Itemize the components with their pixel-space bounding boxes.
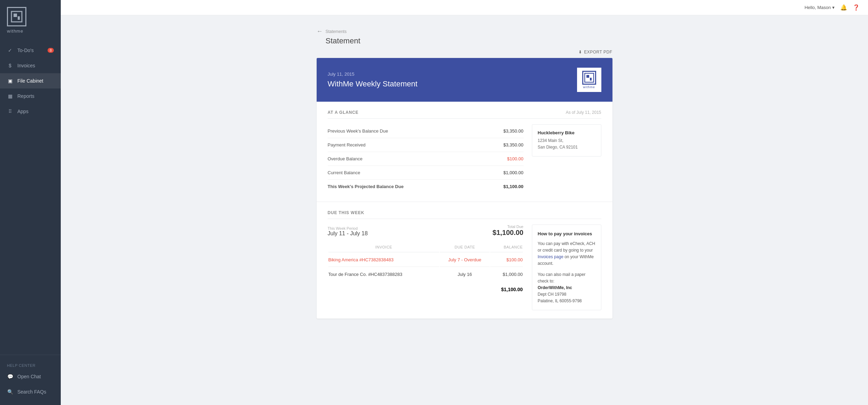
svg-rect-1: [14, 14, 17, 17]
glance-value: $3,350.00: [503, 128, 524, 134]
todos-badge: 8: [48, 48, 54, 53]
sidebar-logo: withme: [0, 0, 61, 39]
glance-row: This Week's Projected Balance Due $1,100…: [328, 180, 524, 193]
table-row: Tour de France Co. #HC4837388283 July 16…: [328, 268, 523, 281]
statement-date: July 11, 2015: [328, 71, 418, 77]
week-period-row: This Week Period July 11 - July 18 Total…: [328, 225, 524, 237]
pay-info-card: How to pay your invoices You can pay wit…: [532, 225, 601, 310]
invoice-due-date: July 7 - Overdue: [440, 253, 490, 267]
svg-rect-4: [586, 75, 589, 78]
glance-row: Current Balance $1,000.00: [328, 166, 524, 180]
topbar: Hello, Mason ▾ 🔔 ❓: [61, 0, 868, 15]
search-icon: 🔍: [7, 389, 13, 395]
total-due-amount: $1,100.00: [493, 229, 524, 237]
help-icon[interactable]: ❓: [853, 4, 860, 11]
at-a-glance-as-of: As of July 11, 2015: [566, 110, 601, 115]
at-a-glance-section: AT A GLANCE As of July 11, 2015 Previous…: [317, 102, 612, 202]
sidebar-open-chat[interactable]: 💬 Open Chat: [0, 369, 61, 384]
address-line1: 1234 Main St,: [538, 137, 595, 144]
sidebar-item-apps[interactable]: ⠿ Apps: [0, 104, 61, 119]
mail-label: You can also mail a paper check to:: [538, 271, 595, 285]
mail-info: You can also mail a paper check to: Orde…: [538, 271, 595, 305]
logo-icon: [7, 7, 26, 26]
statement-logo: withme: [577, 68, 601, 92]
sidebar-item-reports[interactable]: ▦ Reports: [0, 88, 61, 104]
sidebar-item-reports-label: Reports: [17, 93, 34, 99]
week-period-dates: July 11 - July 18: [328, 230, 368, 237]
checkmark-icon: ✓: [7, 47, 13, 53]
sidebar-item-apps-label: Apps: [17, 109, 28, 114]
export-row: ⬇ EXPORT PDF: [317, 50, 612, 54]
sidebar-item-todos-label: To-Do's: [17, 48, 34, 53]
help-center-label: Help Center: [0, 361, 61, 369]
breadcrumb-parent: Statements: [326, 29, 347, 34]
address-line2: San Diego, CA 92101: [538, 144, 595, 151]
glance-label: Current Balance: [328, 170, 360, 175]
sidebar-search-faqs[interactable]: 🔍 Search FAQs: [0, 384, 61, 399]
total-due-label: Total Due: [493, 225, 524, 229]
glance-value: $100.00: [507, 156, 524, 161]
svg-rect-2: [18, 16, 20, 20]
statement-logo-brand: withme: [583, 85, 595, 89]
glance-label: Previous Week's Balance Due: [328, 128, 388, 134]
invoice-name: Tour de France Co. #HC4837388283: [328, 268, 440, 281]
sidebar: withme ✓ To-Do's 8 $ Invoices ▣ File Cab…: [0, 0, 61, 405]
invoice-balance: $1,000.00: [490, 268, 523, 281]
chat-icon: 💬: [7, 373, 13, 380]
invoice-due-date: July 16: [440, 268, 490, 281]
col-due-date: DUE DATE: [440, 242, 490, 252]
statement-card: July 11, 2015 WithMe Weekly Statement wi…: [317, 58, 612, 319]
sidebar-item-file-cabinet[interactable]: ▣ File Cabinet: [0, 73, 61, 88]
grid-icon: ⠿: [7, 108, 13, 115]
sidebar-item-todos[interactable]: ✓ To-Do's 8: [0, 43, 61, 58]
at-a-glance-title: AT A GLANCE: [328, 110, 359, 115]
glance-label: This Week's Projected Balance Due: [328, 184, 404, 189]
invoice-name[interactable]: Biking America #HC7382838483: [328, 253, 440, 267]
week-period-left: This Week Period July 11 - July 18: [328, 226, 368, 237]
glance-row: Previous Week's Balance Due $3,350.00: [328, 124, 524, 138]
sidebar-item-invoices[interactable]: $ Invoices: [0, 58, 61, 73]
total-due-right: Total Due $1,100.00: [493, 225, 524, 237]
page-title: Statement: [326, 36, 612, 45]
svg-rect-5: [590, 78, 592, 81]
mail-dept: Dept CH 19798: [538, 291, 595, 298]
statement-header: July 11, 2015 WithMe Weekly Statement wi…: [317, 58, 612, 102]
invoice-link[interactable]: Biking America #HC7382838483: [328, 257, 394, 262]
invoice-total-amount: $1,100.00: [490, 282, 523, 292]
sidebar-bottom: Help Center 💬 Open Chat 🔍 Search FAQs: [0, 355, 61, 405]
pay-info-text1: You can pay with eCheck, ACH or credit c…: [538, 241, 595, 253]
col-balance: BALANCE: [490, 242, 523, 252]
address-company: Huckleberry Bike: [538, 130, 595, 135]
glance-table: Previous Week's Balance Due $3,350.00Pay…: [328, 124, 524, 193]
invoices-page-link[interactable]: Invoices page: [538, 254, 564, 259]
mail-address: Palatine, IL 60055-9798: [538, 298, 595, 304]
due-table: This Week Period July 11 - July 18 Total…: [328, 225, 524, 310]
statement-title: WithMe Weekly Statement: [328, 79, 418, 88]
glance-layout: Previous Week's Balance Due $3,350.00Pay…: [328, 124, 601, 193]
due-this-week-header: DUE THIS WEEK: [328, 210, 601, 219]
open-chat-label: Open Chat: [17, 374, 41, 379]
sidebar-nav: ✓ To-Do's 8 $ Invoices ▣ File Cabinet ▦ …: [0, 39, 61, 355]
back-arrow-icon[interactable]: ←: [317, 28, 323, 35]
export-pdf-button[interactable]: ⬇ EXPORT PDF: [578, 50, 612, 54]
glance-value: $1,000.00: [503, 170, 524, 175]
sidebar-item-file-cabinet-label: File Cabinet: [17, 78, 43, 84]
folder-icon: ▣: [7, 78, 13, 84]
col-invoice: INVOICE: [328, 242, 440, 252]
user-greeting[interactable]: Hello, Mason ▾: [804, 5, 835, 10]
glance-label: Overdue Balance: [328, 156, 362, 161]
invoice-table: INVOICE DUE DATE BALANCE Biking America …: [328, 242, 524, 293]
notification-bell-icon[interactable]: 🔔: [840, 4, 847, 11]
table-row: Biking America #HC7382838483 July 7 - Ov…: [328, 253, 523, 267]
main-content: ← Statements Statement ⬇ EXPORT PDF July…: [61, 0, 868, 405]
at-a-glance-header: AT A GLANCE As of July 11, 2015: [328, 110, 601, 119]
search-faqs-label: Search FAQs: [17, 389, 46, 395]
glance-value: $1,100.00: [503, 184, 524, 189]
mail-company: OrderWithMe, Inc: [538, 285, 595, 291]
statement-logo-icon: [582, 71, 596, 85]
statement-header-left: July 11, 2015 WithMe Weekly Statement: [328, 71, 418, 88]
week-period-label: This Week Period: [328, 226, 368, 230]
due-this-week-section: DUE THIS WEEK This Week Period July 11 -…: [317, 202, 612, 319]
invoice-balance: $100.00: [490, 253, 523, 267]
breadcrumb: ← Statements: [317, 28, 612, 35]
